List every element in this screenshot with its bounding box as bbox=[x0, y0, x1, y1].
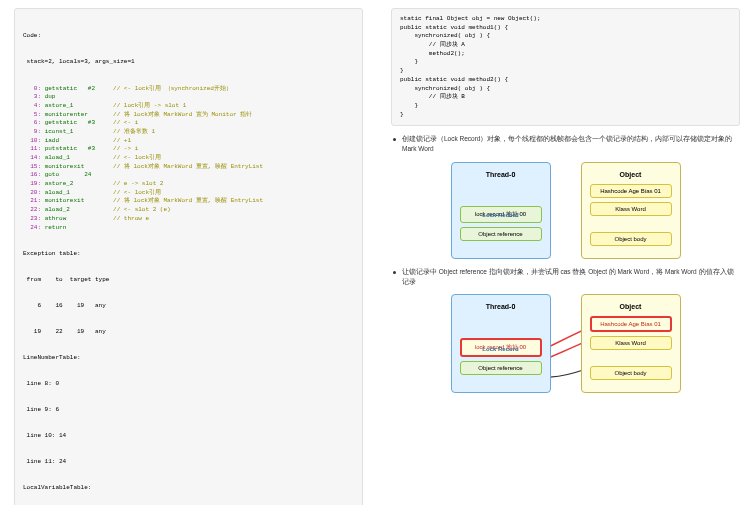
bytecode-line: 24: return bbox=[23, 224, 354, 233]
code-line: // 同步块 A bbox=[400, 41, 731, 50]
bytecode-line: 4: astore_1 // lock引用 -> slot 1 bbox=[23, 102, 354, 111]
bytecode-line: 16: goto 24 bbox=[23, 171, 354, 180]
lvt: LocalVariableTable: bbox=[23, 484, 354, 493]
object-body-slot: Object body bbox=[590, 366, 672, 380]
code-header: Code: bbox=[23, 32, 354, 41]
klass-slot: Klass Word bbox=[590, 202, 672, 216]
bytecode-block: Code: stack=2, locals=3, args_size=1 0: … bbox=[14, 8, 363, 505]
bytecode-line: 23: athrow // throw e bbox=[23, 215, 354, 224]
lnt4: line 11: 24 bbox=[23, 458, 354, 467]
exc-r2: 19 22 19 any bbox=[23, 328, 354, 337]
code-line: public static void method1() { bbox=[400, 24, 731, 33]
bytecode-line: 20: aload_1 // <- lock引用 bbox=[23, 189, 354, 198]
bytecode-line: 3: dup bbox=[23, 93, 354, 102]
code-line: static final Object obj = new Object(); bbox=[400, 15, 731, 24]
left-column: Code: stack=2, locals=3, args_size=1 0: … bbox=[0, 0, 377, 505]
object-reference: Object reference bbox=[460, 361, 542, 375]
code-line: } bbox=[400, 111, 731, 120]
exc-cols: from to target type bbox=[23, 276, 354, 285]
lnt1: line 8: 0 bbox=[23, 380, 354, 389]
code-line: } bbox=[400, 58, 731, 67]
klass-slot: Klass Word bbox=[590, 336, 672, 350]
bytecode-line: 14: aload_1 // <- lock引用 bbox=[23, 154, 354, 163]
lnt2: line 9: 6 bbox=[23, 406, 354, 415]
bytecode-line: 21: monitorexit // 将 lock对象 MarkWord 重置,… bbox=[23, 197, 354, 206]
bytecode-line: 6: getstatic #3 // <- i bbox=[23, 119, 354, 128]
hashcode-slot-cas: Hashcode Age Bias 01 bbox=[590, 316, 672, 332]
object-box: Object Hashcode Age Bias 01 Klass Word O… bbox=[581, 162, 681, 259]
bytecode-line: 0: getstatic #2 // <- lock引用 （synchroniz… bbox=[23, 85, 354, 94]
code-line: method2(); bbox=[400, 50, 731, 59]
bytecode-line: 10: iadd // +1 bbox=[23, 137, 354, 146]
code-line: } bbox=[400, 67, 731, 76]
code-line: } bbox=[400, 102, 731, 111]
exc-r1: 6 16 19 any bbox=[23, 302, 354, 311]
bytecode-line: 15: monitorexit // 将 lock对象 MarkWord 重置,… bbox=[23, 163, 354, 172]
diagram-1: Thread-0 Lock Record lock record 地址 00 O… bbox=[391, 162, 740, 259]
bullet-1: 创建锁记录（Lock Record）对象，每个线程都的栈帧都会包含一个锁记录的结… bbox=[391, 134, 740, 154]
bullet-2: 让锁记录中 Object reference 指向锁对象，并尝试用 cas 替换… bbox=[391, 267, 740, 287]
exc-header: Exception table: bbox=[23, 250, 354, 259]
code-line: // 同步块 B bbox=[400, 93, 731, 102]
cas-arrows-icon bbox=[391, 294, 740, 393]
code-line: synchronized( obj ) { bbox=[400, 32, 731, 41]
object-reference: Object reference bbox=[460, 227, 542, 241]
object-body-slot: Object body bbox=[590, 232, 672, 246]
code-stack: stack=2, locals=3, args_size=1 bbox=[23, 58, 354, 67]
lnt: LineNumberTable: bbox=[23, 354, 354, 363]
bullet-dot-icon bbox=[393, 138, 396, 141]
code-line: public static void method2() { bbox=[400, 76, 731, 85]
bytecode-line: 9: iconst_1 // 准备常数 1 bbox=[23, 128, 354, 137]
right-column: static final Object obj = new Object();p… bbox=[377, 0, 754, 505]
thread-box: Thread-0 Lock Record lock record 地址 00 O… bbox=[451, 294, 551, 393]
bytecode-line: 22: aload_2 // <- slot 2 (e) bbox=[23, 206, 354, 215]
bytecode-line: 19: astore_2 // e -> slot 2 bbox=[23, 180, 354, 189]
diagram-2: Thread-0 Lock Record lock record 地址 00 O… bbox=[391, 294, 740, 393]
hashcode-slot: Hashcode Age Bias 01 bbox=[590, 184, 672, 198]
bytecode-line: 11: putstatic #3 // -> i bbox=[23, 145, 354, 154]
bytecode-line: 5: monitorenter // 将 lock对象 MarkWord 置为 … bbox=[23, 111, 354, 120]
bullet-dot-icon bbox=[393, 271, 396, 274]
lnt3: line 10: 14 bbox=[23, 432, 354, 441]
java-code-block: static final Object obj = new Object();p… bbox=[391, 8, 740, 126]
object-box: Object Hashcode Age Bias 01 Klass Word O… bbox=[581, 294, 681, 393]
thread-box: Thread-0 Lock Record lock record 地址 00 O… bbox=[451, 162, 551, 259]
code-line: synchronized( obj ) { bbox=[400, 85, 731, 94]
